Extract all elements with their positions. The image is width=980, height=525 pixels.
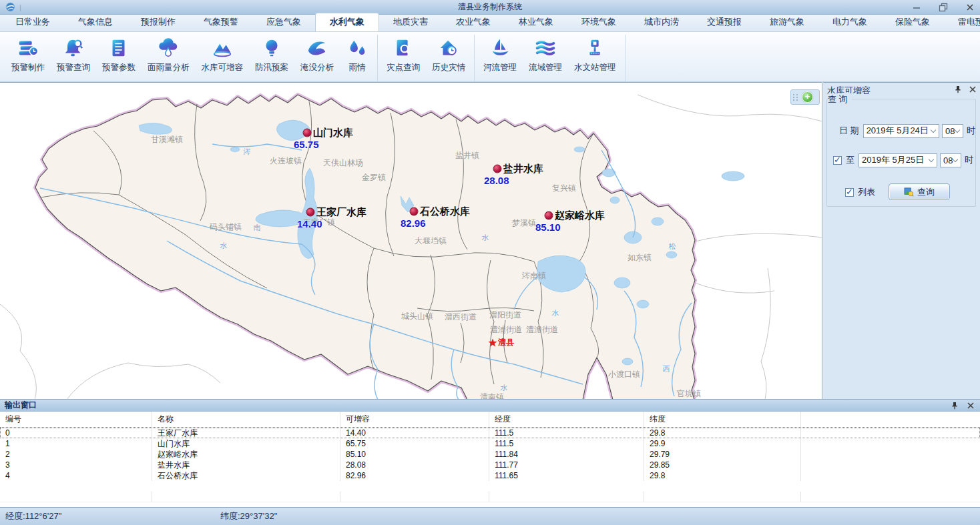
query-group-title: 查 询 — [828, 93, 852, 105]
table-cell: 山门水库 — [152, 438, 340, 449]
reservoir-value: 14.40 — [297, 218, 322, 229]
tool-alert-compose-button[interactable]: 预警制作 — [5, 35, 51, 81]
rain-icon — [346, 37, 369, 59]
reservoir-name: 盐井水库 — [503, 163, 543, 175]
table-row[interactable]: 1山门水库65.75111.529.9 — [0, 438, 980, 449]
reservoir-capacity-icon — [211, 37, 234, 59]
menu-item-预报制作[interactable]: 预报制作 — [127, 13, 190, 31]
table-cell: 29.79 — [644, 449, 801, 460]
pin-icon[interactable] — [954, 85, 962, 93]
column-header-名称[interactable]: 名称 — [152, 412, 340, 427]
to-label: 至 — [846, 154, 854, 166]
menu-item-应急气象[interactable]: 应急气象 — [252, 13, 315, 31]
table-row[interactable]: 0王家厂水库14.40111.529.8 — [0, 428, 980, 438]
reservoir-name: 山门水库 — [313, 127, 353, 139]
menu-item-旅游气象[interactable]: 旅游气象 — [756, 13, 818, 31]
panel-close-icon[interactable] — [969, 85, 977, 93]
to-date-checkbox[interactable] — [833, 156, 842, 165]
tool-label: 预警查询 — [57, 62, 90, 73]
tool-label: 雨情 — [349, 62, 366, 73]
table-cell: 111.84 — [489, 449, 644, 460]
reservoir-marker-石公桥水库[interactable] — [410, 207, 419, 216]
list-checkbox[interactable] — [845, 188, 854, 197]
tool-rain-button[interactable]: 雨情 — [340, 35, 375, 81]
table-cell: 28.08 — [340, 460, 489, 470]
tool-hydro-station-button[interactable]: 水文站管理 — [568, 35, 622, 81]
basin-mgmt-icon — [534, 37, 557, 59]
table-cell: 2 — [0, 449, 152, 460]
table-row[interactable]: 3盐井水库28.08111.7729.85 — [0, 460, 980, 470]
table-cell: 29.8 — [644, 428, 801, 438]
menu-item-日常业务[interactable]: 日常业务 — [1, 13, 64, 31]
tool-label: 预警制作 — [11, 62, 45, 73]
menu-item-雷电预警[interactable]: 雷电预警 — [944, 13, 980, 31]
tool-basin-mgmt-button[interactable]: 流域管理 — [523, 35, 568, 81]
reservoir-marker-王家厂水库[interactable] — [306, 208, 315, 217]
query-button[interactable]: 查询 — [889, 183, 950, 200]
tool-inundation-button[interactable]: 淹没分析 — [294, 35, 340, 81]
table-cell: 1 — [0, 438, 152, 449]
menu-item-地质灾害[interactable]: 地质灾害 — [379, 13, 442, 31]
tool-label: 河流管理 — [483, 62, 517, 73]
disaster-search-icon — [392, 37, 415, 59]
output-window: 输出窗口 编号名称可增容经度纬度0王家厂水库14.40111.529.81山门水… — [0, 399, 980, 507]
table-cell: 3 — [0, 460, 152, 470]
toolbar-group-2: 灾点查询历史灾情 — [378, 35, 475, 81]
county-seat-marker: 澧县 — [488, 337, 514, 348]
tool-label: 防汛预案 — [255, 62, 288, 73]
tool-disaster-history-button[interactable]: 历史灾情 — [426, 35, 471, 81]
map-canvas[interactable]: 甘溪滩镇火连坡镇天供山林场金罗镇盐井镇复兴镇码头铺镇王家厂镇大堰垱镇梦溪镇涔南镇… — [0, 82, 822, 399]
menu-item-城市内涝[interactable]: 城市内涝 — [630, 13, 693, 31]
query-map-icon — [904, 187, 914, 197]
table-row[interactable]: 4石公桥水库82.96111.6529.8 — [0, 470, 980, 481]
tool-label: 灾点查询 — [387, 62, 420, 73]
menu-item-林业气象[interactable]: 林业气象 — [505, 13, 567, 31]
column-header-可增容[interactable]: 可增容 — [340, 412, 489, 427]
reservoir-marker-赵家峪水库[interactable] — [545, 211, 553, 220]
tool-label: 水文站管理 — [574, 62, 616, 73]
date-from-select[interactable]: 2019年 5月24日 — [863, 124, 939, 138]
table-row[interactable]: 2赵家峪水库85.10111.8429.79 — [0, 449, 980, 460]
column-header-编号[interactable]: 编号 — [0, 412, 152, 427]
reservoir-name: 石公桥水库 — [420, 205, 470, 218]
pin-icon[interactable] — [951, 402, 959, 410]
reservoir-marker-盐井水库[interactable] — [493, 165, 502, 173]
menu-item-环境气象[interactable]: 环境气象 — [567, 13, 630, 31]
tool-alert-search-button[interactable]: 预警查询 — [51, 35, 96, 81]
chevron-down-icon — [929, 157, 934, 163]
alert-search-icon — [62, 37, 85, 59]
output-close-icon[interactable] — [967, 402, 975, 410]
menu-item-农业气象[interactable]: 农业气象 — [442, 13, 505, 31]
minimize-button[interactable] — [911, 2, 923, 13]
column-header-纬度[interactable]: 纬度 — [644, 412, 801, 427]
menu-item-水利气象[interactable]: 水利气象 — [315, 13, 379, 31]
menu-item-保险气象[interactable]: 保险气象 — [881, 13, 944, 31]
tool-label: 水库可增容 — [202, 62, 244, 73]
county-seat-label: 澧县 — [498, 337, 514, 348]
restore-button[interactable] — [937, 2, 949, 13]
table-cell: 4 — [0, 470, 152, 481]
close-button[interactable] — [964, 2, 976, 13]
hour-to-select[interactable]: 08 — [940, 153, 961, 167]
menu-item-电力气象[interactable]: 电力气象 — [818, 13, 881, 31]
table-cell-empty — [801, 428, 980, 438]
hour-from-select[interactable]: 08 — [942, 124, 963, 138]
tool-alert-params-button[interactable]: 预警参数 — [96, 35, 142, 81]
tool-reservoir-capacity-button[interactable]: 水库可增容 — [196, 35, 250, 81]
tool-label: 流域管理 — [529, 62, 562, 73]
column-header-经度[interactable]: 经度 — [489, 412, 644, 427]
table-cell: 石公桥水库 — [152, 470, 340, 481]
tool-river-mgmt-button[interactable]: 河流管理 — [477, 35, 523, 81]
zoom-in-button[interactable]: + — [802, 91, 813, 103]
drag-handle-icon[interactable] — [793, 94, 799, 101]
date-to-select[interactable]: 2019年 5月25日 — [859, 153, 937, 167]
status-latitude: 纬度:29°37'32" — [220, 510, 277, 522]
tool-area-rain-button[interactable]: 面雨量分析 — [142, 35, 196, 81]
tool-flood-plan-button[interactable]: 防汛预案 — [249, 35, 294, 81]
menu-item-气象信息[interactable]: 气象信息 — [64, 13, 127, 31]
menu-item-气象预警[interactable]: 气象预警 — [190, 13, 252, 31]
reservoir-value: 82.96 — [401, 217, 426, 229]
menu-item-交通预报[interactable]: 交通预报 — [693, 13, 756, 31]
reservoir-marker-山门水库[interactable] — [303, 129, 312, 137]
tool-disaster-search-button[interactable]: 灾点查询 — [381, 35, 426, 81]
